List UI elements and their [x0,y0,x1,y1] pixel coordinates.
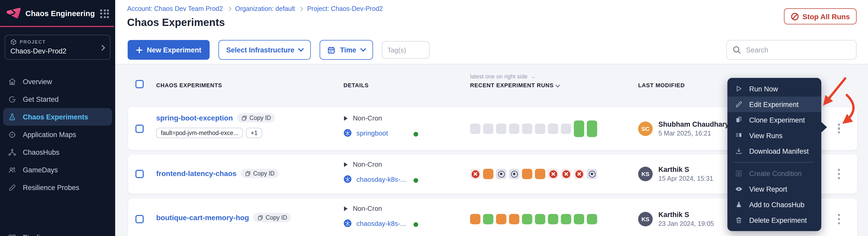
menu-item-edit-experiment[interactable]: Edit Experiment [727,96,821,112]
plus-icon [136,47,143,53]
sidebar-item-application-maps[interactable]: Application Maps [0,126,115,143]
select-infrastructure-dropdown[interactable]: Select Infrastructure [218,40,311,60]
sidebar-item-chaoshubs[interactable]: ChaosHubs [0,143,115,161]
breadcrumb-account[interactable]: Account: Chaos Dev Team Prod2 [127,5,223,12]
row-menu-button[interactable] [835,211,843,228]
row-checkbox[interactable] [135,215,144,223]
menu-item-clone-experiment[interactable]: Clone Experiment [727,112,821,128]
run-indicator-passed-latest[interactable] [574,120,584,137]
sidebar-nav: Overview Get Started Chaos Experiments A… [0,73,115,236]
infrastructure-link[interactable]: springboot [356,129,388,137]
tags-filter-input[interactable] [381,41,429,59]
product-title: Chaos Engineering [25,9,95,18]
sidebar-item-pipelines[interactable]: Pipelines [0,229,115,236]
play-schedule-icon [343,116,348,121]
clone-icon [735,116,743,124]
run-indicator-warning[interactable] [470,214,480,224]
run-indicator-none[interactable] [561,123,571,134]
menu-item-view-runs[interactable]: View Runs [727,128,821,143]
experiment-name-link[interactable]: boutique-cart-memory-hog [156,213,249,222]
menu-item-run-now[interactable]: Run Now [727,81,821,96]
row-menu-button[interactable] [835,120,843,137]
time-filter-dropdown[interactable]: Time [320,40,373,60]
sidebar-item-gamedays[interactable]: GameDays [0,161,115,179]
run-indicator-passed[interactable] [535,214,545,224]
run-indicator-warning[interactable] [496,214,506,224]
search-box[interactable] [726,40,857,60]
run-indicator-none[interactable] [548,123,558,134]
copy-id-button[interactable]: Copy ID [253,213,291,222]
cube-icon [10,39,17,45]
last-modified-cell: SC Shubham Chaudhary 5 Mar 2025, 16:21 [638,120,729,137]
chevron-down-icon [298,46,304,52]
run-indicator-none[interactable] [535,123,545,134]
infrastructure-link[interactable]: chaosday-k8s-... [356,175,406,183]
run-indicator-failed[interactable] [561,169,571,179]
run-indicator-stopped[interactable] [496,169,506,179]
search-input[interactable] [745,46,850,54]
run-indicator-passed[interactable] [483,214,493,224]
run-indicator-passed[interactable] [548,214,558,224]
run-indicator-warning[interactable] [509,214,519,224]
modified-by-name: Karthik S [658,211,714,218]
new-experiment-button[interactable]: New Experiment [128,40,210,60]
infrastructure-link[interactable]: chaosday-k8s-... [356,219,406,227]
breadcrumb-organization[interactable]: Organization: default [235,5,295,12]
copy-id-button[interactable]: Copy ID [241,169,279,178]
run-indicator-warning[interactable] [483,169,493,179]
project-selector[interactable]: PROJECT Chaos-Dev-Prod2 [5,35,111,60]
run-indicator-failed[interactable] [574,169,584,179]
stop-all-runs-button[interactable]: Stop All Runs [784,8,857,24]
infra-status-dot [413,132,418,137]
sidebar-item-label: ChaosHubs [23,148,59,156]
run-indicator-passed[interactable] [561,214,571,224]
experiment-name-link[interactable]: spring-boot-exception [156,114,233,122]
run-indicator-passed[interactable] [522,214,532,224]
run-indicator-warning[interactable] [535,169,545,179]
run-indicator-none[interactable] [470,123,480,134]
avatar: KS [638,212,653,227]
run-indicator-stopped[interactable] [587,169,597,179]
column-header-details: DETAILS [343,82,369,88]
run-indicator-none[interactable] [483,123,493,134]
sidebar: Chaos Engineering PROJECT Chaos-Dev-Prod… [0,0,115,236]
run-indicator-none[interactable] [496,123,506,134]
copy-id-button[interactable]: Copy ID [237,113,275,122]
run-indicator-warning[interactable] [522,169,532,179]
row-menu-button[interactable] [835,166,843,182]
menu-item-download-manifest[interactable]: Download Manifest [727,143,821,159]
sidebar-item-get-started[interactable]: Get Started [0,90,115,108]
breadcrumb: Account: Chaos Dev Team Prod2 Organizati… [115,0,868,12]
menu-item-view-report[interactable]: View Report [727,181,821,197]
row-checkbox[interactable] [135,124,144,133]
breadcrumb-project[interactable]: Project: Chaos-Dev-Prod2 [307,5,383,12]
run-indicator-stopped[interactable] [509,169,519,179]
run-indicator-passed-latest[interactable] [587,120,597,137]
kubernetes-icon [343,129,352,137]
run-indicator-passed[interactable] [574,214,584,224]
menu-item-add-to-chaoshub[interactable]: Add to ChaosHub [727,197,821,212]
sidebar-item-label: Chaos Experiments [23,113,88,121]
run-indicator-failed[interactable] [470,169,480,179]
kubernetes-icon [343,175,352,183]
experiment-name-link[interactable]: frontend-latency-chaos [156,169,237,178]
run-indicator-none[interactable] [522,123,532,134]
menu-item-delete-experiment[interactable]: Delete Experiment [727,212,821,228]
column-header-recent-runs[interactable]: RECENT EXPERIMENT RUNS [470,82,559,88]
stop-all-runs-label: Stop All Runs [802,12,850,21]
sidebar-item-resilience-probes[interactable]: Resilience Probes [0,179,115,196]
run-indicator-none[interactable] [509,123,519,134]
row-checkbox[interactable] [135,170,144,178]
sidebar-item-chaos-experiments[interactable]: Chaos Experiments [3,108,112,126]
modified-by-name: Karthik S [658,166,713,173]
run-indicator-passed[interactable] [587,214,597,224]
sidebar-item-overview[interactable]: Overview [0,73,115,90]
module-grid-icon[interactable] [100,9,109,18]
sidebar-item-label: Overview [23,78,52,85]
arrow-right-icon: → [530,73,536,80]
chevron-down-icon [556,83,560,88]
select-all-checkbox[interactable] [135,80,144,88]
run-indicator-failed[interactable] [548,169,558,179]
tag-overflow-chip[interactable]: +1 [246,128,262,138]
kubernetes-icon [343,219,352,228]
